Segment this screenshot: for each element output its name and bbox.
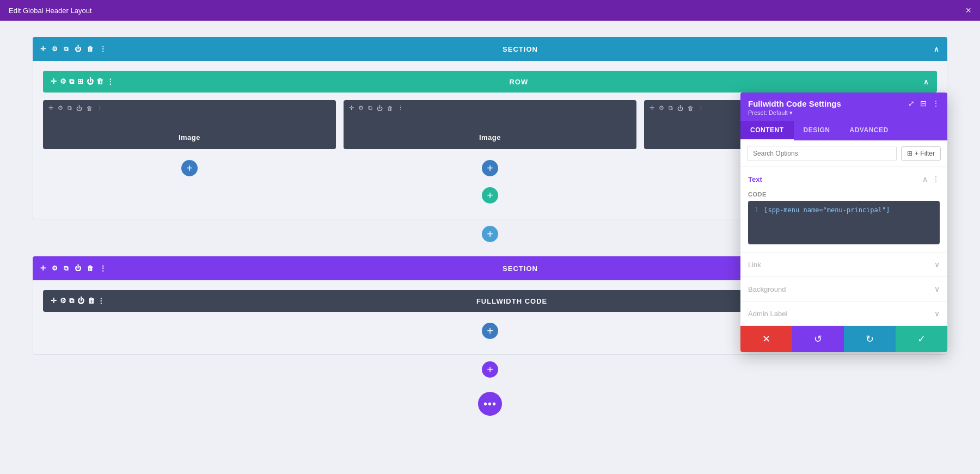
s2-delete-icon[interactable]: 🗑	[87, 264, 94, 272]
col2-duplicate-icon[interactable]: ⧉	[368, 104, 372, 112]
col2-more-icon[interactable]: ⋮	[397, 104, 403, 112]
add-row-button[interactable]: +	[482, 187, 498, 204]
bottom-dots-button[interactable]: •••	[478, 392, 502, 416]
tab-design[interactable]: Design	[794, 121, 840, 140]
text-section-title: Text	[748, 175, 762, 183]
row-header: ✛ ⚙ ⧉ ⊞ ⏻ 🗑 ⋮ Row ∧	[43, 71, 937, 93]
delete-icon[interactable]: 🗑	[87, 45, 94, 53]
move-icon[interactable]: ✛	[40, 45, 46, 53]
col1-add-button[interactable]: +	[181, 160, 198, 176]
settings-icon[interactable]: ⚙	[52, 45, 58, 53]
s2-power-icon[interactable]: ⏻	[75, 264, 82, 272]
col1-duplicate-icon[interactable]: ⧉	[68, 104, 72, 112]
s2-more-icon[interactable]: ⋮	[100, 264, 107, 272]
fw-power-icon[interactable]: ⏻	[77, 297, 85, 305]
row-delete-icon[interactable]: 🗑	[96, 77, 104, 85]
admin-label-section-header[interactable]: Admin Label ∨	[740, 301, 947, 325]
fw-move-icon[interactable]: ✛	[51, 297, 57, 305]
row-duplicate-icon[interactable]: ⧉	[69, 77, 75, 85]
settings-panel-title: Fullwidth Code Settings	[748, 99, 841, 108]
section2-toolbar: ✛ ⚙ ⧉ ⏻ 🗑 ⋮	[40, 264, 107, 272]
search-input[interactable]	[747, 146, 897, 161]
col2-move-icon[interactable]: ✛	[349, 104, 354, 112]
code-editor[interactable]: 1[spp-menu name="menu-principal"]	[748, 201, 940, 244]
col1-power-icon[interactable]: ⏻	[76, 105, 82, 112]
col3-move-icon[interactable]: ✛	[650, 104, 654, 112]
row-layout-icon[interactable]: ⊞	[77, 77, 84, 85]
undo-button[interactable]: ↺	[792, 326, 844, 352]
col1-delete-icon[interactable]: 🗑	[87, 105, 93, 112]
text-chevron-up-icon[interactable]: ∧	[922, 175, 928, 183]
link-section-icons: ∨	[934, 260, 940, 269]
duplicate-icon[interactable]: ⧉	[64, 45, 69, 53]
settings-panel-preset[interactable]: Preset: Default ▾	[748, 109, 841, 116]
tab-content[interactable]: Content	[740, 121, 794, 140]
col2-delete-icon[interactable]: 🗑	[387, 105, 393, 112]
row-label: Row	[509, 78, 528, 86]
admin-label-chevron-icon[interactable]: ∨	[934, 309, 940, 318]
background-section-icons: ∨	[934, 285, 940, 293]
col1-more-icon[interactable]: ⋮	[97, 104, 103, 112]
col2-add-button[interactable]: +	[482, 160, 498, 176]
settings-body: Text ∧ ⋮ Code 1[spp-menu name="menu-prin…	[740, 167, 947, 326]
confirm-button[interactable]: ✓	[896, 326, 947, 352]
col3-power-icon[interactable]: ⏻	[677, 105, 683, 112]
row-toolbar: ✛ ⚙ ⧉ ⊞ ⏻ 🗑 ⋮	[51, 77, 114, 86]
add-section2-button[interactable]: +	[482, 361, 498, 378]
text-section-header[interactable]: Text ∧ ⋮	[740, 167, 947, 191]
admin-label-icons: ∨	[934, 309, 940, 318]
row-collapse-icon[interactable]: ∧	[923, 78, 929, 86]
col3-settings-icon[interactable]: ⚙	[659, 104, 664, 112]
fw-toolbar: ✛ ⚙ ⧉ ⏻ 🗑 ⋮	[51, 297, 105, 305]
tab-advanced[interactable]: Advanced	[840, 121, 898, 140]
close-button[interactable]: ×	[965, 5, 971, 15]
section-1-label: Section	[503, 45, 538, 53]
settings-panel: Fullwidth Code Settings Preset: Default …	[740, 93, 947, 352]
text-more-icon[interactable]: ⋮	[932, 175, 940, 183]
col1-move-icon[interactable]: ✛	[48, 104, 53, 112]
settings-tabs: Content Design Advanced	[740, 121, 947, 140]
column-2: ✛ ⚙ ⧉ ⏻ 🗑 ⋮ Image	[344, 100, 636, 149]
code-content: [spp-menu name="menu-principal"]	[764, 206, 890, 214]
col3-delete-icon[interactable]: 🗑	[688, 105, 694, 112]
col1-toolbar: ✛ ⚙ ⧉ ⏻ 🗑 ⋮	[43, 100, 336, 116]
background-section-header[interactable]: Background ∨	[740, 277, 947, 301]
panel-expand-icon[interactable]: ⤢	[908, 99, 915, 108]
row-more-icon[interactable]: ⋮	[107, 77, 114, 85]
fw-delete-icon[interactable]: 🗑	[88, 297, 95, 305]
background-chevron-icon[interactable]: ∨	[934, 285, 940, 293]
panel-split-icon[interactable]: ⊟	[920, 99, 927, 108]
link-section-header[interactable]: Link ∨	[740, 253, 947, 276]
row-power-icon[interactable]: ⏻	[87, 77, 94, 85]
more-icon[interactable]: ⋮	[100, 45, 107, 53]
col3-more-icon[interactable]: ⋮	[698, 104, 704, 112]
col2-settings-icon[interactable]: ⚙	[358, 104, 364, 112]
fw-settings-icon[interactable]: ⚙	[60, 297, 67, 305]
section-2-label: Section	[503, 264, 538, 273]
s2-move-icon[interactable]: ✛	[40, 264, 46, 272]
settings-panel-icons: ⤢ ⊟ ⋮	[908, 99, 940, 108]
cancel-button[interactable]: ✕	[740, 326, 792, 352]
collapse-icon[interactable]: ∧	[934, 45, 940, 53]
fw-duplicate-icon[interactable]: ⧉	[69, 297, 75, 305]
fullwidth-label: Fullwidth Code	[476, 297, 547, 305]
panel-more-icon[interactable]: ⋮	[932, 99, 940, 108]
text-section: Text ∧ ⋮ Code 1[spp-menu name="menu-prin…	[740, 167, 947, 253]
filter-button[interactable]: ⊞ + Filter	[901, 146, 941, 161]
add-section1-button[interactable]: +	[482, 226, 498, 242]
row-move-icon[interactable]: ✛	[51, 77, 57, 85]
power-icon[interactable]: ⏻	[75, 45, 82, 53]
redo-button[interactable]: ↻	[844, 326, 896, 352]
settings-search-bar: ⊞ + Filter	[740, 140, 947, 167]
s2-settings-icon[interactable]: ⚙	[52, 264, 58, 272]
link-chevron-icon[interactable]: ∨	[934, 260, 940, 269]
s2-duplicate-icon[interactable]: ⧉	[64, 264, 69, 272]
col1-settings-icon[interactable]: ⚙	[58, 104, 63, 112]
col2-power-icon[interactable]: ⏻	[377, 105, 383, 112]
fw-more-icon[interactable]: ⋮	[97, 297, 105, 305]
fw-add-button[interactable]: +	[482, 323, 498, 339]
col3-duplicate-icon[interactable]: ⧉	[669, 104, 673, 112]
link-section-title: Link	[748, 261, 761, 269]
row-settings-icon[interactable]: ⚙	[60, 77, 67, 85]
text-section-icons: ∧ ⋮	[922, 175, 940, 183]
